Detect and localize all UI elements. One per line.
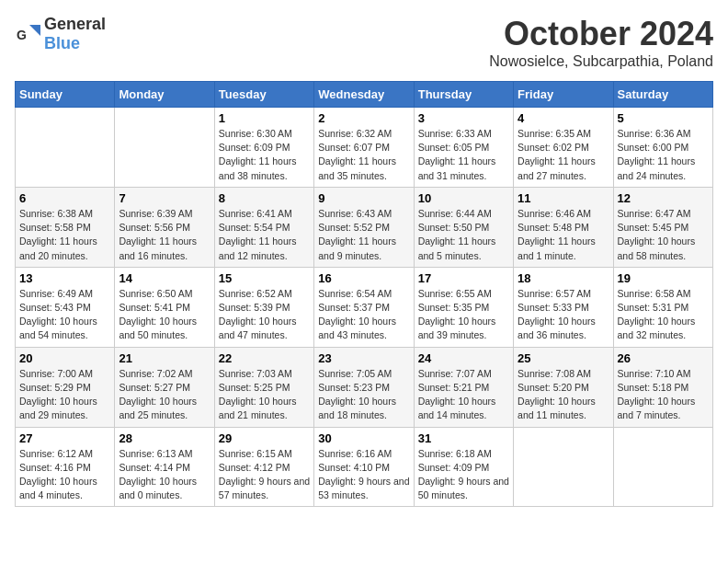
day-info: Sunrise: 6:18 AMSunset: 4:09 PMDaylight:… <box>418 447 509 503</box>
month-title: October 2024 <box>489 15 713 53</box>
calendar-cell: 29Sunrise: 6:15 AMSunset: 4:12 PMDayligh… <box>214 427 313 507</box>
day-number: 30 <box>318 431 409 445</box>
day-info: Sunrise: 6:50 AMSunset: 5:41 PMDaylight:… <box>119 287 210 343</box>
title-section: October 2024 Nowosielce, Subcarpathia, P… <box>489 15 713 70</box>
day-info: Sunrise: 6:13 AMSunset: 4:14 PMDaylight:… <box>119 447 210 503</box>
day-info: Sunrise: 6:35 AMSunset: 6:02 PMDaylight:… <box>518 127 609 183</box>
calendar-cell: 17Sunrise: 6:55 AMSunset: 5:35 PMDayligh… <box>414 267 513 347</box>
svg-marker-1 <box>29 25 40 36</box>
day-info: Sunrise: 6:55 AMSunset: 5:35 PMDaylight:… <box>418 287 509 343</box>
day-number: 12 <box>618 191 709 205</box>
day-number: 27 <box>19 431 110 445</box>
day-number: 13 <box>19 271 110 285</box>
calendar-week-row: 13Sunrise: 6:49 AMSunset: 5:43 PMDayligh… <box>16 267 713 347</box>
calendar-cell: 23Sunrise: 7:05 AMSunset: 5:23 PMDayligh… <box>314 347 414 427</box>
calendar-week-row: 1Sunrise: 6:30 AMSunset: 6:09 PMDaylight… <box>16 108 713 188</box>
day-number: 31 <box>418 431 509 445</box>
calendar-cell <box>115 108 214 188</box>
day-number: 11 <box>518 191 609 205</box>
day-number: 21 <box>119 351 210 365</box>
day-number: 19 <box>618 271 709 285</box>
calendar-cell: 5Sunrise: 6:36 AMSunset: 6:00 PMDaylight… <box>613 108 712 188</box>
day-info: Sunrise: 7:10 AMSunset: 5:18 PMDaylight:… <box>618 367 709 423</box>
day-info: Sunrise: 6:36 AMSunset: 6:00 PMDaylight:… <box>618 127 709 183</box>
weekday-header: Thursday <box>414 82 513 108</box>
day-info: Sunrise: 6:43 AMSunset: 5:52 PMDaylight:… <box>318 207 409 263</box>
calendar-week-row: 20Sunrise: 7:00 AMSunset: 5:29 PMDayligh… <box>16 347 713 427</box>
day-number: 3 <box>418 111 509 125</box>
day-number: 17 <box>418 271 509 285</box>
calendar-cell <box>613 427 712 507</box>
day-info: Sunrise: 6:32 AMSunset: 6:07 PMDaylight:… <box>318 127 409 183</box>
calendar-table: SundayMondayTuesdayWednesdayThursdayFrid… <box>15 81 713 507</box>
day-info: Sunrise: 6:46 AMSunset: 5:48 PMDaylight:… <box>518 207 609 263</box>
calendar-cell: 6Sunrise: 6:38 AMSunset: 5:58 PMDaylight… <box>16 187 115 267</box>
day-number: 2 <box>318 111 409 125</box>
day-info: Sunrise: 6:54 AMSunset: 5:37 PMDaylight:… <box>318 287 409 343</box>
day-info: Sunrise: 6:30 AMSunset: 6:09 PMDaylight:… <box>219 127 310 183</box>
calendar-cell: 7Sunrise: 6:39 AMSunset: 5:56 PMDaylight… <box>115 187 214 267</box>
day-info: Sunrise: 6:44 AMSunset: 5:50 PMDaylight:… <box>418 207 509 263</box>
day-number: 20 <box>19 351 110 365</box>
day-info: Sunrise: 7:07 AMSunset: 5:21 PMDaylight:… <box>418 367 509 423</box>
logo-general-text: General <box>44 15 106 33</box>
page-header: G General Blue October 2024 Nowosielce, … <box>15 15 713 70</box>
calendar-cell: 3Sunrise: 6:33 AMSunset: 6:05 PMDaylight… <box>414 108 513 188</box>
day-info: Sunrise: 6:15 AMSunset: 4:12 PMDaylight:… <box>219 447 310 503</box>
calendar-cell: 18Sunrise: 6:57 AMSunset: 5:33 PMDayligh… <box>514 267 613 347</box>
day-info: Sunrise: 7:02 AMSunset: 5:27 PMDaylight:… <box>119 367 210 423</box>
weekday-header: Friday <box>514 82 613 108</box>
weekday-header: Wednesday <box>314 82 414 108</box>
day-number: 18 <box>518 271 609 285</box>
day-number: 23 <box>318 351 409 365</box>
calendar-cell: 21Sunrise: 7:02 AMSunset: 5:27 PMDayligh… <box>115 347 214 427</box>
weekday-header: Tuesday <box>214 82 313 108</box>
day-info: Sunrise: 6:57 AMSunset: 5:33 PMDaylight:… <box>518 287 609 343</box>
calendar-header-row: SundayMondayTuesdayWednesdayThursdayFrid… <box>16 82 713 108</box>
calendar-cell: 12Sunrise: 6:47 AMSunset: 5:45 PMDayligh… <box>613 187 712 267</box>
svg-text:G: G <box>17 28 27 42</box>
calendar-cell: 26Sunrise: 7:10 AMSunset: 5:18 PMDayligh… <box>613 347 712 427</box>
calendar-cell: 4Sunrise: 6:35 AMSunset: 6:02 PMDaylight… <box>514 108 613 188</box>
calendar-cell: 27Sunrise: 6:12 AMSunset: 4:16 PMDayligh… <box>16 427 115 507</box>
calendar-cell: 14Sunrise: 6:50 AMSunset: 5:41 PMDayligh… <box>115 267 214 347</box>
day-info: Sunrise: 6:12 AMSunset: 4:16 PMDaylight:… <box>19 447 110 503</box>
day-number: 6 <box>19 191 110 205</box>
day-number: 22 <box>219 351 310 365</box>
calendar-cell <box>16 108 115 188</box>
day-number: 16 <box>318 271 409 285</box>
calendar-cell: 2Sunrise: 6:32 AMSunset: 6:07 PMDaylight… <box>314 108 414 188</box>
calendar-cell: 1Sunrise: 6:30 AMSunset: 6:09 PMDaylight… <box>214 108 313 188</box>
calendar-week-row: 27Sunrise: 6:12 AMSunset: 4:16 PMDayligh… <box>16 427 713 507</box>
day-info: Sunrise: 6:49 AMSunset: 5:43 PMDaylight:… <box>19 287 110 343</box>
day-info: Sunrise: 7:03 AMSunset: 5:25 PMDaylight:… <box>219 367 310 423</box>
logo-blue-text: Blue <box>44 34 80 52</box>
calendar-cell: 15Sunrise: 6:52 AMSunset: 5:39 PMDayligh… <box>214 267 313 347</box>
calendar-cell: 16Sunrise: 6:54 AMSunset: 5:37 PMDayligh… <box>314 267 414 347</box>
calendar-cell: 24Sunrise: 7:07 AMSunset: 5:21 PMDayligh… <box>414 347 513 427</box>
calendar-cell: 11Sunrise: 6:46 AMSunset: 5:48 PMDayligh… <box>514 187 613 267</box>
day-number: 26 <box>618 351 709 365</box>
day-number: 28 <box>119 431 210 445</box>
calendar-cell: 25Sunrise: 7:08 AMSunset: 5:20 PMDayligh… <box>514 347 613 427</box>
weekday-header: Saturday <box>613 82 712 108</box>
calendar-cell: 8Sunrise: 6:41 AMSunset: 5:54 PMDaylight… <box>214 187 313 267</box>
calendar-cell: 28Sunrise: 6:13 AMSunset: 4:14 PMDayligh… <box>115 427 214 507</box>
calendar-cell: 31Sunrise: 6:18 AMSunset: 4:09 PMDayligh… <box>414 427 513 507</box>
calendar-cell: 30Sunrise: 6:16 AMSunset: 4:10 PMDayligh… <box>314 427 414 507</box>
calendar-cell: 9Sunrise: 6:43 AMSunset: 5:52 PMDaylight… <box>314 187 414 267</box>
day-info: Sunrise: 6:41 AMSunset: 5:54 PMDaylight:… <box>219 207 310 263</box>
day-number: 24 <box>418 351 509 365</box>
day-number: 8 <box>219 191 310 205</box>
day-info: Sunrise: 6:16 AMSunset: 4:10 PMDaylight:… <box>318 447 409 503</box>
day-number: 4 <box>518 111 609 125</box>
calendar-cell <box>514 427 613 507</box>
day-number: 7 <box>119 191 210 205</box>
location-title: Nowosielce, Subcarpathia, Poland <box>489 53 713 70</box>
day-info: Sunrise: 6:52 AMSunset: 5:39 PMDaylight:… <box>219 287 310 343</box>
calendar-cell: 20Sunrise: 7:00 AMSunset: 5:29 PMDayligh… <box>16 347 115 427</box>
calendar-cell: 10Sunrise: 6:44 AMSunset: 5:50 PMDayligh… <box>414 187 513 267</box>
logo: G General Blue <box>15 15 106 53</box>
logo-icon: G <box>15 21 40 47</box>
day-number: 14 <box>119 271 210 285</box>
